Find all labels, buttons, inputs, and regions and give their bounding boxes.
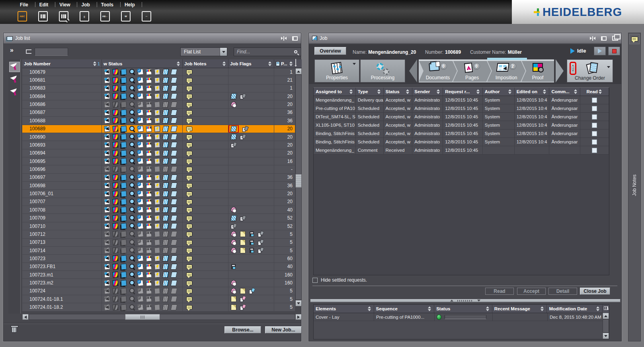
request-row[interactable]: Binding, StitchFinis Scheduled Accepted,… xyxy=(314,129,609,138)
job-list-icon[interactable]: ABC xyxy=(18,11,27,22)
properties-dropdown-icon[interactable] xyxy=(353,63,356,65)
job-row[interactable]: 100714 5 xyxy=(22,247,295,255)
read-button[interactable]: Read xyxy=(485,288,514,295)
job-row[interactable]: 100724.01-18.2 5 xyxy=(22,303,295,311)
elements-vertical-scrollbar[interactable] xyxy=(603,313,609,339)
read-checkbox[interactable] xyxy=(592,131,597,136)
job-row[interactable]: 100687 36 xyxy=(22,109,295,117)
request-row[interactable]: Mengenänderung_ Comment Received Adminis… xyxy=(314,146,609,155)
column-recent-message[interactable]: Recent Message xyxy=(492,305,547,313)
read-checkbox[interactable] xyxy=(592,114,597,120)
scroll-down-icon[interactable] xyxy=(603,333,609,339)
read-checkbox[interactable] xyxy=(592,123,597,128)
column-sender[interactable]: Sender xyxy=(412,88,443,96)
menu-file[interactable]: File xyxy=(16,1,35,8)
job-row[interactable]: 100707 20 xyxy=(22,198,295,206)
column-sequence[interactable]: Sequence xyxy=(374,305,435,313)
detach-panel-icon[interactable] xyxy=(601,36,607,41)
text-import-icon[interactable]: AB← xyxy=(100,11,110,22)
new-job-button[interactable]: New Job... xyxy=(265,326,302,333)
tree-view-icon[interactable] xyxy=(26,49,31,54)
filter-funnel-1[interactable] xyxy=(9,62,20,72)
sort-icon[interactable] xyxy=(177,61,180,66)
job-row[interactable]: 100689 20 xyxy=(22,125,295,133)
read-checkbox[interactable] xyxy=(592,98,597,103)
read-checkbox[interactable] xyxy=(592,148,597,153)
column-modification-date[interactable]: Modification Date xyxy=(547,305,603,313)
job-row[interactable]: 100686 20 xyxy=(22,100,295,108)
stop-job-button[interactable] xyxy=(608,47,620,55)
tab-pages[interactable]: 0 Pages xyxy=(453,60,491,82)
workflow-document-icon[interactable]: ▫▫ xyxy=(142,11,151,22)
detach-panel-icon[interactable] xyxy=(292,36,298,41)
job-row[interactable]: 100723.m2 160 xyxy=(22,279,295,287)
filter-funnel-3[interactable] xyxy=(9,87,20,98)
tab-properties[interactable]: Properties xyxy=(314,59,359,82)
group-filter-input[interactable] xyxy=(35,48,68,56)
column-job-number[interactable]: Job Number 1 xyxy=(22,59,102,68)
column-request-received[interactable]: Request r... xyxy=(443,88,483,96)
change-order-button[interactable]: ! Change Order xyxy=(567,59,613,82)
sort-icon[interactable] xyxy=(268,61,271,66)
tab-imposition[interactable]: 2 Imposition xyxy=(487,60,525,82)
column-status[interactable]: Status xyxy=(384,88,413,96)
job-row[interactable]: 100694 20 xyxy=(22,149,295,157)
sort-icon[interactable] xyxy=(222,61,226,66)
queues-icon[interactable] xyxy=(38,11,48,22)
collapse-panel-icon[interactable] xyxy=(590,36,595,41)
change-order-dropdown-icon[interactable] xyxy=(607,66,610,68)
column-config-icon[interactable] xyxy=(603,305,609,313)
search-icon[interactable] xyxy=(294,50,297,53)
column-elements[interactable]: Elements xyxy=(314,305,374,313)
job-row[interactable]: 100688 36 xyxy=(22,117,295,125)
job-row[interactable]: 100710 52 xyxy=(22,222,295,230)
job-row[interactable]: 100713 5 xyxy=(22,239,295,247)
view-mode-dropdown[interactable]: Flat List xyxy=(180,47,227,56)
scroll-up-icon[interactable] xyxy=(603,313,609,319)
system-settings-icon[interactable] xyxy=(59,11,68,22)
column-status[interactable]: w Status xyxy=(102,59,183,68)
column-config-icon[interactable] xyxy=(295,59,302,68)
menu-help[interactable]: Help xyxy=(121,1,142,8)
dropdown-arrow-icon[interactable] xyxy=(220,48,227,56)
read-checkbox[interactable] xyxy=(592,106,597,111)
expand-sidebar-icon[interactable]: » xyxy=(10,47,14,54)
menu-job[interactable]: Job xyxy=(77,1,97,8)
hide-settled-checkbox[interactable] xyxy=(312,278,318,283)
job-table-horizontal-scrollbar[interactable] xyxy=(22,314,302,320)
column-element-status[interactable]: Status xyxy=(434,305,492,313)
scroll-up-icon[interactable] xyxy=(295,68,302,74)
job-row[interactable]: 100724.01-18.1 5 xyxy=(22,295,295,303)
tab-proof[interactable]: Proof xyxy=(521,60,554,82)
request-row[interactable]: Mengenänderung_ Delivery qua Accepted, w… xyxy=(314,96,609,104)
job-row[interactable]: 100690 20 xyxy=(22,133,295,141)
job-row[interactable]: 100693 20 xyxy=(22,141,295,149)
read-checkbox[interactable] xyxy=(592,139,597,145)
column-assigned-to[interactable]: Assigned to xyxy=(314,88,356,96)
collapse-panel-icon[interactable] xyxy=(281,36,287,41)
job-row[interactable]: 100723.m1 160 xyxy=(22,271,295,279)
tabs-scroll-left-icon[interactable] xyxy=(409,59,417,82)
job-row[interactable]: 100708 40 xyxy=(22,206,295,214)
job-table-vertical-scrollbar[interactable] xyxy=(295,59,302,314)
report-document-icon[interactable]: W xyxy=(121,11,131,22)
accept-button[interactable]: Accept xyxy=(517,288,546,295)
close-job-button[interactable]: Close Job xyxy=(580,288,610,295)
column-author[interactable]: Author xyxy=(483,88,515,96)
job-row[interactable]: 100706_01 20 xyxy=(22,190,295,198)
job-row[interactable]: 100712 5 xyxy=(22,230,295,238)
scroll-right-icon[interactable] xyxy=(295,314,302,320)
column-pages[interactable]: P... xyxy=(274,59,295,68)
scrollbar-thumb[interactable] xyxy=(125,314,160,320)
tabs-scroll-right-icon[interactable] xyxy=(556,59,564,82)
menu-view[interactable]: View xyxy=(55,1,77,8)
sort-icon[interactable] xyxy=(289,61,293,66)
job-row[interactable]: 100683 1 xyxy=(22,84,295,92)
scroll-down-icon[interactable] xyxy=(295,300,302,306)
sort-icon[interactable] xyxy=(93,61,96,66)
column-comment[interactable]: Comm... xyxy=(549,88,580,96)
tab-processing[interactable]: Processing xyxy=(360,59,405,82)
job-notes-tab[interactable] xyxy=(629,34,640,44)
request-row[interactable]: Binding, StitchFinis Scheduled Accepted,… xyxy=(314,138,609,146)
column-job-notes[interactable]: Job Notes xyxy=(183,59,228,68)
